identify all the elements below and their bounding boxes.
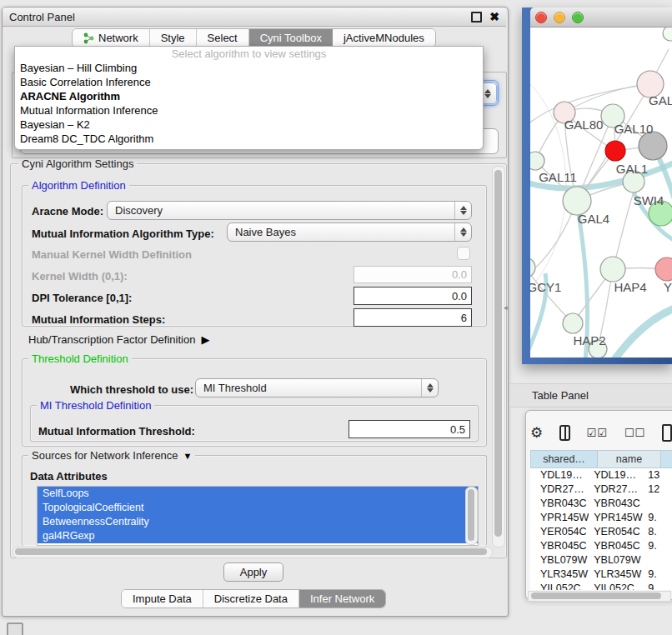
table-row[interactable]: YLR345WYLR345W9. [530, 568, 672, 582]
attribute-item[interactable]: SelfLoops [38, 487, 478, 501]
table-panel-header: Table Panel [510, 383, 672, 408]
close-icon[interactable]: ✖ [489, 12, 499, 21]
table-cell: YPR145W [530, 511, 589, 525]
tab-impute-data[interactable]: Impute Data [122, 590, 203, 608]
sources-group-title: Sources for Network Inference [32, 449, 178, 462]
column-header-name[interactable]: name [598, 450, 661, 468]
stepper-icon [421, 379, 438, 397]
document-icon[interactable] [662, 424, 672, 442]
table-cell: 9. [643, 568, 672, 582]
minimize-traffic-light-icon[interactable] [554, 12, 565, 23]
mi-steps-field[interactable]: 6 [354, 308, 472, 327]
mi-type-select[interactable]: Naive Bayes [227, 222, 472, 242]
collapsed-panel-icon[interactable] [7, 622, 23, 635]
dropdown-item[interactable]: ARACNE Algorithm [15, 89, 483, 103]
tab-label: Infer Network [310, 592, 374, 605]
tab-network[interactable]: Network [73, 29, 150, 47]
table-cell: YBR045C [530, 539, 589, 553]
dropdown-item[interactable]: Bayesian – K2 [15, 118, 483, 132]
aracne-mode-select[interactable]: Discovery [107, 201, 472, 220]
close-traffic-light-icon[interactable] [535, 12, 547, 23]
dropdown-item[interactable]: Mutual Information Inference [15, 103, 483, 118]
tab-select[interactable]: Select [197, 29, 249, 47]
table-row[interactable]: YBL079WYBL079W [530, 553, 672, 568]
table-cell: 8. [643, 525, 672, 539]
network-view-titlebar[interactable] [530, 8, 672, 28]
hub-definition-toggle[interactable]: Hub/Transcription Factor Definition ▶ [28, 333, 209, 346]
split-columns-icon[interactable] [559, 425, 569, 441]
table-cell: YBL079W [589, 553, 643, 568]
table-cell: YDL19… [589, 468, 643, 482]
table-row[interactable]: YER054CYER054C8. [530, 525, 672, 539]
mi-type-label: Mutual Information Algorithm Type: [32, 228, 214, 240]
apply-button[interactable]: Apply [223, 562, 283, 582]
dpi-tolerance-field[interactable]: 0.0 [354, 287, 472, 305]
tab-style[interactable]: Style [150, 29, 197, 47]
splitter-handle-icon[interactable]: ◂ [504, 303, 508, 312]
network-node[interactable] [639, 132, 667, 160]
control-panel-titlebar[interactable]: Control Panel ✖ [3, 8, 506, 27]
tab-infer-network[interactable]: Infer Network [299, 590, 385, 608]
gear-icon[interactable]: ⚙ [530, 426, 543, 440]
network-canvas[interactable]: GALGAL80GAL10GAL1GAL11SWI4GAL4GCY1HAP4YH… [530, 28, 672, 358]
table-row[interactable]: YBR043CYBR043C [530, 497, 672, 511]
table-row[interactable]: YIL052CYIL052C9. [530, 582, 672, 590]
dropdown-item[interactable]: Bayesian – Hill Climbing [15, 61, 483, 75]
network-edge[interactable] [530, 268, 573, 323]
attribute-item[interactable]: gal4RGexp [38, 529, 478, 543]
sources-group-toggle[interactable]: Sources for Network Inference ▼ [28, 449, 195, 462]
tab-label: Select [208, 32, 238, 44]
manual-kernel-checkbox[interactable] [457, 247, 470, 260]
table-row[interactable]: YDR27…YDR27…12 [530, 482, 672, 497]
attribute-item[interactable]: TopologicalCoefficient [38, 501, 478, 515]
mi-threshold-field[interactable]: 0.5 [349, 420, 470, 438]
network-node-label: GAL10 [614, 122, 654, 136]
tab-jactivemnodules[interactable]: jActiveMNodules [333, 29, 435, 47]
settings-vertical-scrollbar[interactable] [492, 166, 505, 548]
tab-discretize-data[interactable]: Discretize Data [203, 590, 299, 608]
algorithm-dropdown-popup: Select algorithm to view settings Bayesi… [14, 46, 484, 150]
column-header-col2[interactable] [661, 450, 672, 468]
table-row[interactable]: YPR145WYPR145W9. [530, 511, 672, 525]
table-cell: YDR27… [530, 482, 589, 497]
which-threshold-select[interactable]: MI Threshold [195, 378, 439, 398]
attributes-list-scrollbar[interactable] [465, 487, 478, 545]
table-cell: YIL052C [589, 582, 643, 590]
network-node-y[interactable] [655, 258, 672, 281]
attribute-item[interactable]: BetweennessCentrality [38, 515, 478, 529]
network-node[interactable] [663, 28, 672, 41]
kernel-width-value: 0.0 [452, 268, 467, 281]
kernel-width-field[interactable]: 0.0 [354, 266, 472, 283]
cyni-settings-group-title: Cyni Algorithm Settings [18, 158, 137, 170]
tab-cyni-toolbox[interactable]: Cyni Toolbox [249, 29, 333, 47]
float-window-icon[interactable] [471, 12, 482, 22]
tab-label: Discretize Data [214, 592, 288, 605]
algorithm-definition-title: Algorithm Definition [28, 180, 129, 192]
network-edge[interactable] [614, 307, 672, 358]
checked-pair-icon[interactable]: ☑☑ [587, 427, 608, 439]
network-node-hap4[interactable] [600, 257, 625, 282]
network-node-gal1[interactable] [605, 141, 625, 161]
table-cell: YPR145W [589, 511, 643, 525]
tab-label: Impute Data [133, 592, 192, 605]
network-node-gal11[interactable] [530, 152, 544, 170]
column-header-shared…[interactable]: shared… [530, 450, 598, 468]
dropdown-item[interactable]: Dream8 DC_TDC Algorithm [15, 132, 483, 146]
settings-horizontal-scrollbar[interactable] [13, 547, 493, 558]
data-attributes-list[interactable]: SelfLoopsTopologicalCoefficientBetweenne… [37, 486, 479, 546]
mi-threshold-label: Mutual Information Threshold: [38, 425, 195, 438]
network-node-gal4[interactable] [563, 187, 591, 215]
dropdown-item[interactable]: Basic Correlation Inference [15, 75, 483, 89]
table-row[interactable]: YBR045CYBR045C9. [530, 539, 672, 553]
network-node-gcy1[interactable] [530, 258, 535, 278]
table-body: YDL19…YDL19…13YDR27…YDR27…12YBR043CYBR04… [530, 468, 672, 590]
network-node-label: GAL [649, 93, 672, 108]
unchecked-pair-icon[interactable]: ☐☐ [624, 427, 645, 439]
zoom-traffic-light-icon[interactable] [572, 12, 584, 23]
network-node-hap2[interactable] [563, 313, 583, 333]
table-horizontal-scrollbar[interactable] [528, 591, 671, 602]
network-node-label: GAL80 [564, 118, 604, 132]
data-attributes-label: Data Attributes [30, 470, 108, 482]
table-row[interactable]: YDL19…YDL19…13 [530, 468, 672, 482]
table-cell: YBL079W [530, 553, 589, 568]
